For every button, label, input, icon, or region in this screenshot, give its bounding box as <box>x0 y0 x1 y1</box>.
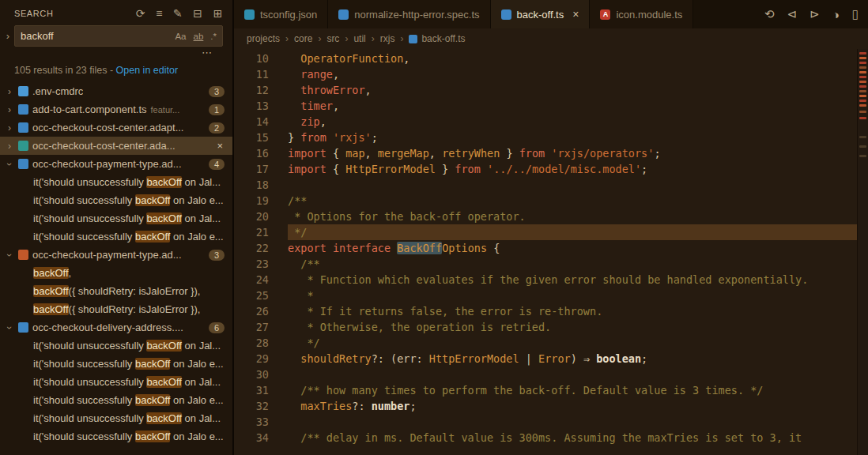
code-line-33[interactable]: 33 <box>234 414 857 430</box>
twisty-icon[interactable]: › <box>5 86 14 97</box>
regex-toggle[interactable]: .* <box>210 32 217 41</box>
breadcrumb-item[interactable]: util <box>353 33 365 44</box>
search-match-row[interactable]: it('should successfully backOff on Jalo … <box>0 228 232 246</box>
breadcrumb-item[interactable]: core <box>294 33 312 44</box>
more-actions-icon[interactable]: ⋯ <box>202 47 212 58</box>
search-file-row[interactable]: ›occ-checkout-cost-center.adapt...2 <box>0 118 232 137</box>
search-match-row[interactable]: backOff({ shouldRetry: isJaloError }), <box>0 282 232 300</box>
search-match-row[interactable]: backOff({ shouldRetry: isJaloError }), <box>0 300 232 318</box>
line-number[interactable]: 28 <box>234 335 269 351</box>
line-number[interactable]: 25 <box>234 288 269 303</box>
tab-icon.module.ts[interactable]: Aicon.module.ts <box>590 0 693 28</box>
new-search-editor-icon[interactable]: ✎ <box>173 7 183 20</box>
code-line-20[interactable]: 20 * Options for the back-off operator. <box>234 209 857 224</box>
search-match-row[interactable]: it('should unsuccessfully backOff on Jal… <box>0 173 232 191</box>
close-icon[interactable]: × <box>572 8 579 21</box>
line-number[interactable]: 31 <box>234 382 269 398</box>
twisty-icon[interactable]: › <box>5 141 14 152</box>
twisty-icon[interactable]: › <box>4 160 15 169</box>
search-match-row[interactable]: it('should successfully backOff on Jalo … <box>0 191 232 209</box>
line-number[interactable]: 21 <box>234 224 269 240</box>
collapse-all-icon[interactable]: ⊟ <box>193 7 202 20</box>
code-line-19[interactable]: 19/** <box>234 193 857 209</box>
code-line-18[interactable]: 18 <box>234 177 857 193</box>
code-line-14[interactable]: 14 zip, <box>234 114 857 130</box>
code-line-13[interactable]: 13 timer, <box>234 98 857 114</box>
twisty-icon[interactable]: › <box>5 122 14 133</box>
search-match-row[interactable]: it('should unsuccessfully backOff on Jal… <box>0 209 232 228</box>
line-number[interactable]: 13 <box>234 98 269 114</box>
navigate-back-icon[interactable]: ⊲ <box>787 7 798 21</box>
code-line-12[interactable]: 12 throwError, <box>234 82 857 98</box>
code-line-21[interactable]: 21 */ <box>234 224 857 240</box>
line-number[interactable]: 24 <box>234 272 269 288</box>
open-changes-icon[interactable]: ◑ <box>832 8 840 21</box>
code-content[interactable]: 10 OperatorFunction,11 range,12 throwErr… <box>234 49 857 455</box>
line-number[interactable]: 34 <box>234 430 269 446</box>
view-as-list-icon[interactable]: ⊞ <box>213 7 223 20</box>
line-number[interactable]: 11 <box>234 66 269 82</box>
line-number[interactable]: 12 <box>234 82 269 98</box>
line-number[interactable]: 23 <box>234 256 269 272</box>
code-line-15[interactable]: 15} from 'rxjs'; <box>234 130 857 145</box>
code-line-10[interactable]: 10 OperatorFunction, <box>234 51 857 66</box>
line-number[interactable]: 20 <box>234 209 269 224</box>
minimap[interactable] <box>857 49 868 455</box>
search-match-row[interactable]: it('should unsuccessfully backOff on Jal… <box>0 409 232 427</box>
line-number[interactable]: 18 <box>234 177 269 193</box>
twisty-icon[interactable]: › <box>4 323 15 333</box>
code-line-30[interactable]: 30 <box>234 367 857 382</box>
whole-word-toggle[interactable]: ab <box>194 32 204 41</box>
code-line-17[interactable]: 17import { HttpErrorModel } from '../../… <box>234 161 857 177</box>
navigate-forward-icon[interactable]: ⊳ <box>810 7 820 21</box>
line-number[interactable]: 17 <box>234 161 269 177</box>
toggle-replace-icon[interactable]: › <box>2 30 14 42</box>
search-file-row[interactable]: ›add-to-cart.component.tsfeatur...1 <box>0 100 232 118</box>
match-case-toggle[interactable]: Aa <box>175 32 186 41</box>
open-in-editor-link[interactable]: Open in editor <box>116 65 179 76</box>
line-number[interactable]: 15 <box>234 130 269 145</box>
search-match-row[interactable]: it('should unsuccessfully backOff on Jal… <box>0 337 232 355</box>
search-file-row[interactable]: ›.env-cmdrc3 <box>0 82 232 100</box>
line-number[interactable]: 32 <box>234 398 269 414</box>
breadcrumb-item[interactable]: back-off.ts <box>421 33 465 44</box>
code-line-16[interactable]: 16import { map, mergeMap, retryWhen } fr… <box>234 145 857 161</box>
twisty-icon[interactable]: › <box>4 250 15 260</box>
search-match-row[interactable]: it('should unsuccessfully backOff on Jal… <box>0 373 232 391</box>
line-number[interactable]: 26 <box>234 303 269 319</box>
code-line-11[interactable]: 11 range, <box>234 66 857 82</box>
line-number[interactable]: 22 <box>234 240 269 256</box>
clear-results-icon[interactable]: ≡ <box>156 7 163 20</box>
split-editor-icon[interactable]: ▯ <box>852 7 859 21</box>
twisty-icon[interactable]: › <box>5 104 14 115</box>
search-file-row[interactable]: ›occ-checkout-payment-type.ad...4 <box>0 155 232 173</box>
line-number[interactable]: 14 <box>234 114 269 130</box>
code-line-28[interactable]: 28 */ <box>234 335 857 351</box>
code-line-23[interactable]: 23 /** <box>234 256 857 272</box>
timeline-icon[interactable]: ⟲ <box>764 7 775 21</box>
code-line-29[interactable]: 29 shouldRetry?: (err: HttpErrorModel | … <box>234 351 857 367</box>
tab-tsconfig.json[interactable]: tsconfig.json <box>234 0 328 28</box>
code-line-32[interactable]: 32 maxTries?: number; <box>234 398 857 414</box>
tab-normalize-http-error.spec.ts[interactable]: normalize-http-error.spec.ts <box>328 0 490 28</box>
code-line-22[interactable]: 22export interface BackOffOptions { <box>234 240 857 256</box>
tab-back-off.ts[interactable]: back-off.ts× <box>491 0 591 28</box>
breadcrumb-item[interactable]: src <box>326 33 339 44</box>
search-file-row[interactable]: ›occ-checkout-payment-type.ad...3 <box>0 246 232 264</box>
code-line-27[interactable]: 27 * Otherwise, the operation is retried… <box>234 319 857 335</box>
search-match-row[interactable]: it('should successfully backOff on Jalo … <box>0 355 232 373</box>
breadcrumb-item[interactable]: rxjs <box>380 33 395 44</box>
line-number[interactable]: 30 <box>234 367 269 382</box>
search-match-row[interactable]: backOff, <box>0 264 232 282</box>
code-line-25[interactable]: 25 * <box>234 288 857 303</box>
code-line-26[interactable]: 26 * If it returns false, the error is r… <box>234 303 857 319</box>
line-number[interactable]: 27 <box>234 319 269 335</box>
search-match-row[interactable]: it('should successfully backOff on Jalo … <box>0 427 232 446</box>
line-number[interactable]: 10 <box>234 51 269 66</box>
line-number[interactable]: 29 <box>234 351 269 367</box>
search-match-row[interactable]: it('should successfully backOff on Jalo … <box>0 391 232 409</box>
line-number[interactable]: 33 <box>234 414 269 430</box>
search-input[interactable]: backoff Aaab.* <box>14 25 223 47</box>
breadcrumb-item[interactable]: projects <box>247 33 280 44</box>
refresh-icon[interactable]: ⟳ <box>136 7 145 20</box>
